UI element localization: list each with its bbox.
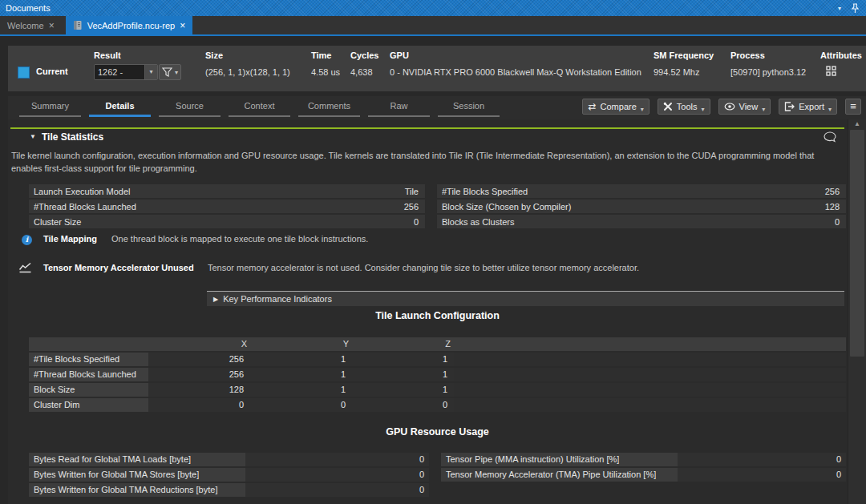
table-cell-filler xyxy=(454,383,846,397)
tools-icon xyxy=(663,102,673,111)
tile-statistics-header[interactable]: ▼ Tile Statistics xyxy=(8,131,848,146)
stat-row: Launch Execution Model Tile xyxy=(29,184,425,198)
report-file-icon xyxy=(73,20,83,30)
table-cell: 256 xyxy=(148,353,250,366)
resource-usage-title: GPU Resource Usage xyxy=(29,426,846,437)
tab-report-label: VecAddProfile.ncu-rep xyxy=(87,21,175,30)
column-result: Result xyxy=(94,50,121,60)
compare-icon: ⇄ xyxy=(588,102,596,111)
chevron-down-icon[interactable]: ▾ xyxy=(175,69,178,76)
column-time: Time xyxy=(311,50,331,60)
close-icon[interactable]: × xyxy=(49,21,55,30)
current-result-checkbox[interactable] xyxy=(18,67,30,79)
tab-summary[interactable]: Summary xyxy=(15,98,85,118)
column-attributes: Attributes xyxy=(820,50,862,60)
resource-row: Bytes Written for Global TMA Stores [byt… xyxy=(29,468,429,482)
table-cell: 1 xyxy=(250,383,352,397)
window-title: Documents xyxy=(6,0,51,16)
launch-config-title: Tile Launch Configuration xyxy=(29,310,846,321)
collapse-triangle-icon[interactable]: ▶ xyxy=(213,296,218,303)
section-description: Tile kernel launch configuration, execut… xyxy=(11,149,842,175)
document-tab-bar: Welcome × VecAddProfile.ncu-rep × xyxy=(0,16,866,36)
collapse-triangle-icon[interactable]: ▼ xyxy=(30,133,36,140)
close-icon[interactable]: × xyxy=(180,21,185,30)
kpi-title: Key Performance Indicators xyxy=(223,294,332,304)
table-header-cell xyxy=(29,337,148,351)
table-cell: 0 xyxy=(352,398,454,412)
process-value: [50970] python3.12 xyxy=(730,67,806,77)
tab-report[interactable]: VecAddProfile.ncu-rep × xyxy=(66,16,192,34)
stat-row: Blocks as Clusters 0 xyxy=(437,215,846,228)
table-header-cell xyxy=(454,337,846,351)
table-cell: 0 xyxy=(250,398,352,412)
table-cell: 256 xyxy=(148,368,250,381)
attributes-grid-icon[interactable] xyxy=(826,66,836,76)
column-cycles: Cycles xyxy=(350,50,378,60)
column-process: Process xyxy=(730,50,765,60)
cycles-value: 4,638 xyxy=(350,67,373,77)
scroll-up-icon[interactable]: ▲ xyxy=(848,120,866,127)
chevron-down-icon: ▾ xyxy=(828,106,832,113)
table-header-x: X xyxy=(148,337,250,351)
nsight-compute-window: Documents ▾ Welcome × VecAddProfile.ncu-… xyxy=(0,0,866,504)
section-focus-line xyxy=(10,127,844,129)
compare-button[interactable]: ⇄ Compare ▾ xyxy=(582,99,649,115)
table-row-label: #Tile Blocks Specified xyxy=(29,353,148,366)
resource-row: Tensor Pipe (MMA instruction) Utilizatio… xyxy=(441,453,846,466)
column-size: Size xyxy=(205,50,223,60)
tile-mapping-text: One thread block is mapped to execute on… xyxy=(111,234,368,244)
scrollbar-thumb[interactable] xyxy=(850,130,864,357)
table-cell: 0 xyxy=(148,398,250,412)
time-value: 4.58 us xyxy=(311,67,340,77)
table-cell-filler xyxy=(454,353,846,366)
menu-icon[interactable]: ≡ xyxy=(845,99,861,115)
chevron-down-icon: ▾ xyxy=(762,106,765,113)
tools-button[interactable]: Tools ▾ xyxy=(658,99,710,115)
comment-bubble-icon[interactable] xyxy=(824,131,836,143)
table-cell: 128 xyxy=(148,383,250,397)
tab-details[interactable]: Details xyxy=(85,98,155,118)
tab-context[interactable]: Context xyxy=(225,98,294,118)
vertical-scrollbar[interactable]: ▲ xyxy=(848,119,866,504)
gpu-value: 0 - NVIDIA RTX PRO 6000 Blackwell Max-Q … xyxy=(390,67,641,77)
resource-row: Bytes Written for Global TMA Reductions … xyxy=(29,483,429,497)
eye-icon xyxy=(724,103,735,111)
chevron-down-icon[interactable]: ▾ xyxy=(144,65,157,79)
stat-row: Block Size (Chosen by Compiler) 128 xyxy=(437,200,846,213)
stat-row: #Tile Blocks Specified 256 xyxy=(437,184,846,198)
tile-statistics-table: Launch Execution Model Tile #Thread Bloc… xyxy=(29,184,846,229)
table-header-z: Z xyxy=(352,337,454,351)
table-row-label: Block Size xyxy=(29,383,148,397)
view-button[interactable]: View ▾ xyxy=(718,99,771,115)
tab-welcome[interactable]: Welcome × xyxy=(0,16,62,34)
launch-config-table: X Y Z #Tile Blocks Specified 256 1 1 #Th… xyxy=(29,337,846,412)
table-cell: 1 xyxy=(352,368,454,381)
export-icon xyxy=(784,102,795,111)
details-page-content: ▼ Tile Statistics Tile kernel launch con… xyxy=(8,119,848,504)
tab-raw[interactable]: Raw xyxy=(364,98,434,118)
chevron-down-icon: ▾ xyxy=(641,106,644,113)
filter-funnel-icon xyxy=(162,67,172,77)
pin-icon[interactable] xyxy=(851,3,860,14)
current-label: Current xyxy=(36,67,68,76)
export-button[interactable]: Export ▾ xyxy=(779,99,837,115)
window-titlebar: Documents ▾ xyxy=(0,0,866,16)
section-title: Tile Statistics xyxy=(42,131,103,143)
tab-welcome-label: Welcome xyxy=(7,21,44,30)
size-value: (256, 1, 1)x(128, 1, 1) xyxy=(205,67,290,77)
page-tab-strip: Summary Details Source Context Comments … xyxy=(8,96,866,119)
tab-comments[interactable]: Comments xyxy=(294,98,364,118)
result-dropdown[interactable]: 1262 - vector_ ▾ xyxy=(94,64,158,80)
info-icon: i xyxy=(22,234,32,245)
tab-session[interactable]: Session xyxy=(434,98,504,118)
table-header-y: Y xyxy=(250,337,352,351)
resource-row: Tensor Memory Accelerator (TMA) Pipe Uti… xyxy=(441,468,846,482)
tma-unused-text: Tensor memory accelerator is not used. C… xyxy=(208,263,639,272)
column-sm-frequency: SM Frequency xyxy=(654,50,714,60)
filter-button[interactable]: ▾ xyxy=(159,64,181,80)
chevron-down-icon[interactable]: ▾ xyxy=(838,5,841,12)
tab-source[interactable]: Source xyxy=(155,98,225,118)
report-header-panel: Current Result 1262 - vector_ ▾ ▾ Size (… xyxy=(8,46,866,91)
table-row-label: Cluster Dim xyxy=(29,398,148,412)
key-performance-indicators-header[interactable]: ▶ Key Performance Indicators xyxy=(207,291,844,306)
